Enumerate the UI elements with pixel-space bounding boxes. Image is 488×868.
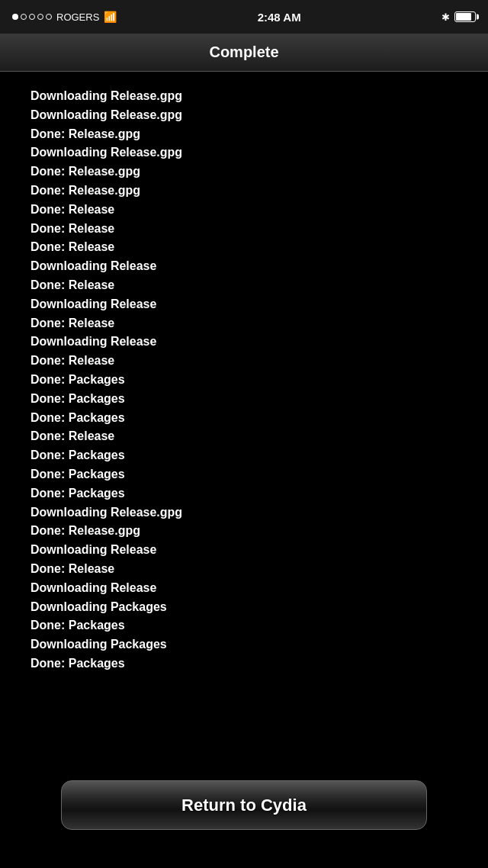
log-line: Downloading Release [30,295,458,314]
log-line: Done: Release [30,352,458,371]
log-line: Done: Release.gpg [30,522,458,541]
bottom-area: Return to Cydia [0,780,488,830]
log-line: Done: Release [30,427,458,446]
signal-dot-5 [46,14,52,20]
status-time: 2:48 AM [258,11,301,24]
battery-fill [456,13,471,21]
log-line: Done: Packages [30,371,458,390]
signal-dot-4 [37,14,43,20]
signal-dot-1 [12,14,18,20]
return-button-label: Return to Cydia [181,796,307,815]
log-line: Done: Release.gpg [30,162,458,182]
log-line: Done: Release [30,238,458,257]
log-line: Downloading Release.gpg [30,106,458,125]
log-line: Done: Release [30,276,458,295]
log-line: Done: Release [30,314,458,333]
log-line: Done: Release.gpg [30,182,458,201]
log-line: Done: Packages [30,616,458,635]
signal-dot-3 [29,14,35,20]
log-line: Downloading Release [30,257,458,276]
log-line: Done: Packages [30,654,458,674]
log-line: Done: Packages [30,446,458,465]
log-line: Done: Packages [30,409,458,428]
log-line: Done: Release.gpg [30,125,458,144]
log-line: Downloading Packages [30,635,458,654]
status-bar: ROGERS 📶 2:48 AM ✱ [0,0,488,34]
battery-icon [454,11,476,22]
status-right: ✱ [441,11,476,23]
log-line: Done: Packages [30,484,458,503]
page-title: Complete [209,43,278,61]
carrier-name: ROGERS [56,11,99,23]
log-content: Downloading Release.gpgDownloading Relea… [0,72,488,689]
signal-dot-2 [21,14,27,20]
log-line: Done: Release [30,560,458,579]
log-line: Done: Packages [30,390,458,409]
nav-bar: Complete [0,34,488,72]
log-line: Downloading Release [30,541,458,560]
log-line: Downloading Packages [30,598,458,617]
log-line: Done: Packages [30,465,458,484]
wifi-icon: 📶 [104,11,117,23]
return-to-cydia-button[interactable]: Return to Cydia [61,780,427,830]
log-line: Done: Release [30,220,458,239]
status-left: ROGERS 📶 [12,11,117,23]
log-line: Downloading Release.gpg [30,503,458,522]
log-line: Downloading Release [30,579,458,598]
signal-dots [12,14,52,20]
bluetooth-icon: ✱ [441,11,450,23]
log-line: Downloading Release.gpg [30,87,458,106]
log-line: Downloading Release.gpg [30,143,458,162]
log-line: Done: Release [30,201,458,220]
log-line: Downloading Release [30,333,458,352]
